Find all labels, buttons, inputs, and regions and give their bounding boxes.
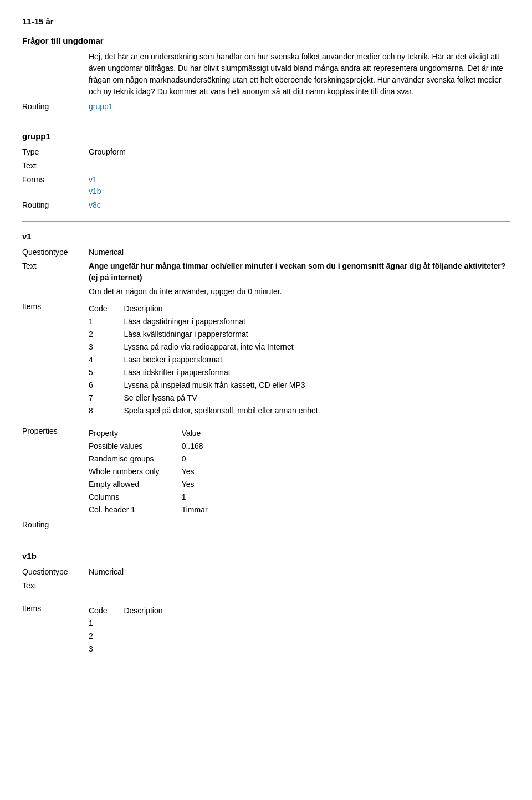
item-desc [124, 643, 179, 656]
divider-2 [22, 221, 510, 222]
table-row: Possible values0..168 [89, 440, 234, 453]
grupp1-text-row: Text [22, 160, 510, 172]
table-row: 1 [89, 618, 180, 630]
v1-text-row: Text Ange ungefär hur många timmar och/e… [22, 260, 510, 298]
v1b-title: v1b [22, 551, 510, 561]
v1b-text-row: Text [22, 580, 510, 592]
v1-routing-row: Routing [22, 519, 510, 531]
intro-paragraph: Hej, det här är en undersökning som hand… [89, 51, 510, 98]
item-code: 1 [89, 316, 124, 329]
prop-name: Empty allowed [89, 479, 182, 491]
routing-label: Routing [22, 102, 89, 111]
grupp1-section: grupp1 Type Groupform Text Forms v1 v1b … [22, 131, 510, 211]
grupp1-text-label: Text [22, 160, 89, 172]
v1-properties-row: Properties Property Value Possible value… [22, 425, 510, 517]
item-code: 4 [89, 354, 124, 367]
v1b-items-row: Items Code Description 123 [22, 603, 510, 660]
items-desc-header: Description [124, 303, 331, 316]
grupp1-type-value: Groupform [89, 146, 126, 158]
prop-name: Columns [89, 491, 182, 504]
item-code: 1 [89, 618, 124, 630]
item-desc: Se eller lyssna på TV [124, 392, 331, 405]
v1b-items-table: Code Description 123 [89, 605, 180, 656]
table-row: 3 [89, 643, 180, 656]
v1-title: v1 [22, 232, 510, 241]
grupp1-forms-values: v1 v1b [89, 174, 101, 197]
item-desc: Läsa dagstidningar i pappersformat [124, 316, 331, 329]
prop-value: 0..168 [182, 440, 234, 453]
item-code: 2 [89, 630, 124, 643]
item-desc: Läsa kvällstidningar i pappersformat [124, 329, 331, 341]
v1b-questiontype-value: Numerical [89, 566, 124, 578]
v1b-text-label: Text [22, 580, 89, 592]
item-desc: Lyssna på inspelad musik från kassett, C… [124, 380, 331, 392]
v1-questiontype-row: Questiontype Numerical [22, 247, 510, 258]
grupp1-type-label: Type [22, 146, 89, 158]
grupp1-type-row: Type Groupform [22, 146, 510, 158]
prop-value: Yes [182, 466, 234, 479]
table-row: 3Lyssna på radio via radioapparat, inte … [89, 341, 331, 354]
item-code: 5 [89, 367, 124, 380]
grupp1-routing-row: Routing v8c [22, 199, 510, 211]
table-row: 2Läsa kvällstidningar i pappersformat [89, 329, 331, 341]
routing-row: Routing grupp1 [22, 102, 510, 111]
table-row: Col. header 1Timmar [89, 504, 234, 517]
v1b-questiontype-label: Questiontype [22, 566, 89, 578]
item-desc: Läsa tidskrifter i pappersformat [124, 367, 331, 380]
section-title: Frågor till ungdomar [22, 36, 510, 45]
v1-items-table: Code Description 1Läsa dagstidningar i p… [89, 303, 331, 418]
v1-text-content: Ange ungefär hur många timmar och/eller … [89, 260, 510, 298]
grupp1-routing-value: v8c [89, 199, 101, 211]
props-value-header: Value [182, 428, 234, 440]
grupp1-form-v1: v1 [89, 174, 101, 186]
v1b-code-header: Code [89, 605, 124, 618]
prop-name: Randomise groups [89, 453, 182, 466]
item-desc: Läsa böcker i pappersformat [124, 354, 331, 367]
grupp1-forms-label: Forms [22, 174, 89, 197]
v1b-questiontype-row: Questiontype Numerical [22, 566, 510, 578]
v1-items-label: Items [22, 301, 89, 422]
grupp1-forms-row: Forms v1 v1b [22, 174, 510, 197]
v1-section: v1 Questiontype Numerical Text Ange unge… [22, 232, 510, 531]
table-row: Randomise groups0 [89, 453, 234, 466]
table-row: 7Se eller lyssna på TV [89, 392, 331, 405]
divider-3 [22, 541, 510, 541]
divider-1 [22, 121, 510, 121]
v1-questiontype-value: Numerical [89, 247, 124, 258]
item-code: 3 [89, 643, 124, 656]
prop-name: Col. header 1 [89, 504, 182, 517]
v1b-desc-header: Description [124, 605, 179, 618]
table-row: 1Läsa dagstidningar i pappersformat [89, 316, 331, 329]
item-desc: Lyssna på radio via radioapparat, inte v… [124, 341, 331, 354]
prop-value: 0 [182, 453, 234, 466]
prop-name: Possible values [89, 440, 182, 453]
table-row: Whole numbers onlyYes [89, 466, 234, 479]
table-row: 5Läsa tidskrifter i pappersformat [89, 367, 331, 380]
v1-questiontype-label: Questiontype [22, 247, 89, 258]
prop-value: Timmar [182, 504, 234, 517]
props-property-header: Property [89, 428, 182, 440]
v1-properties-table: Property Value Possible values0..168Rand… [89, 428, 234, 517]
item-desc: Spela spel på dator, spelkonsoll, mobil … [124, 405, 331, 418]
item-code: 8 [89, 405, 124, 418]
grupp1-routing-label: Routing [22, 199, 89, 211]
grupp1-title: grupp1 [22, 131, 510, 141]
routing-value: grupp1 [89, 102, 113, 111]
table-row: Empty allowedYes [89, 479, 234, 491]
item-desc [124, 618, 179, 630]
v1-items-row: Items Code Description 1Läsa dagstidning… [22, 301, 510, 422]
v1-routing-label: Routing [22, 519, 89, 531]
item-code: 2 [89, 329, 124, 341]
item-desc [124, 630, 179, 643]
prop-name: Whole numbers only [89, 466, 182, 479]
v1-question-sub: Om det är någon du inte använder, uppger… [89, 286, 510, 298]
prop-value: 1 [182, 491, 234, 504]
v1b-items-label: Items [22, 603, 89, 660]
v1-properties-label: Properties [22, 425, 89, 517]
items-code-header: Code [89, 303, 124, 316]
v1-text-label: Text [22, 260, 89, 298]
age-group-title: 11-15 år [22, 17, 510, 26]
table-row: Columns1 [89, 491, 234, 504]
table-row: 8Spela spel på dator, spelkonsoll, mobil… [89, 405, 331, 418]
prop-value: Yes [182, 479, 234, 491]
